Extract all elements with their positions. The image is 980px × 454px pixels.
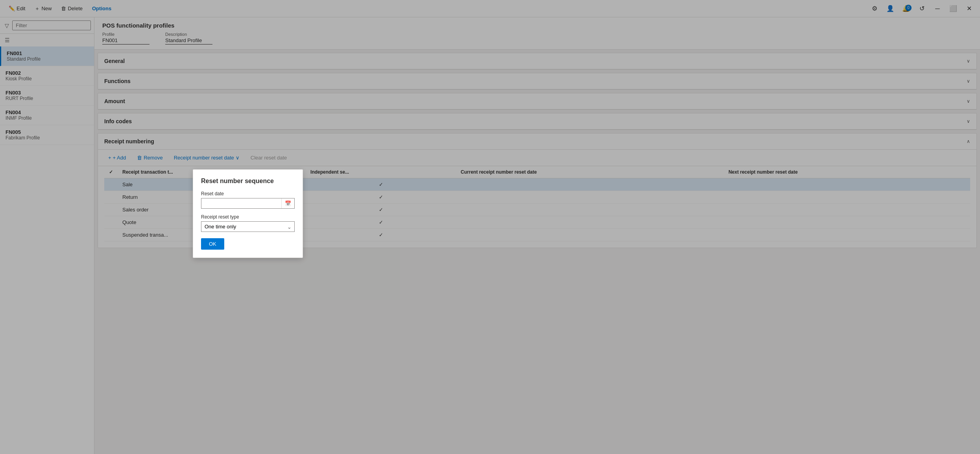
receipt-reset-type-field: Receipt reset type One time only Daily M… — [201, 214, 295, 232]
receipt-reset-type-label: Receipt reset type — [201, 214, 295, 220]
reset-date-input[interactable] — [201, 198, 281, 208]
receipt-reset-type-select-wrapper: One time only Daily Monthly Yearly — [201, 221, 295, 232]
reset-date-label: Reset date — [201, 191, 295, 196]
modal-title: Reset number sequence — [201, 178, 295, 185]
reset-number-sequence-modal: Reset number sequence Reset date 📅 Recei… — [193, 169, 303, 258]
ok-button[interactable]: OK — [201, 238, 224, 250]
reset-date-input-wrapper: 📅 — [201, 198, 295, 209]
modal-button-row: OK — [201, 238, 295, 250]
modal-overlay: Reset number sequence Reset date 📅 Recei… — [0, 0, 980, 454]
calendar-icon[interactable]: 📅 — [281, 198, 294, 208]
receipt-reset-type-select[interactable]: One time only Daily Monthly Yearly — [201, 221, 295, 232]
reset-date-field: Reset date 📅 — [201, 191, 295, 209]
